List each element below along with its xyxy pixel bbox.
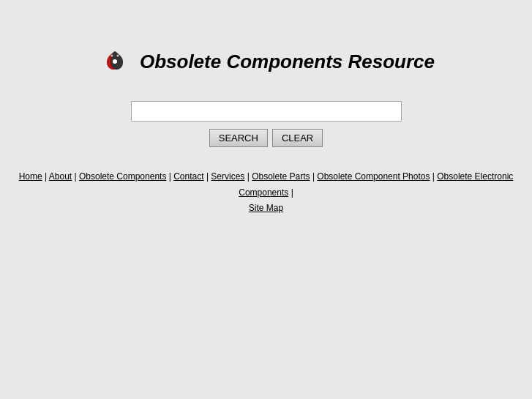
svg-point-2	[110, 55, 113, 57]
nav-site-map[interactable]: Site Map	[249, 203, 283, 213]
clear-button[interactable]: CLEAR	[272, 129, 323, 147]
search-area: SEARCH CLEAR	[131, 101, 402, 147]
search-button[interactable]: SEARCH	[209, 129, 268, 147]
header: Obsolete Components Resource	[97, 44, 435, 79]
svg-point-1	[113, 59, 117, 64]
nav-obsolete-components[interactable]: Obsolete Components	[79, 171, 166, 182]
nav-obsolete-parts[interactable]: Obsolete Parts	[252, 171, 310, 182]
nav-contact[interactable]: Contact	[173, 171, 203, 182]
nav-about[interactable]: About	[49, 171, 72, 182]
nav-line-2: Site Map	[0, 201, 532, 217]
site-title: Obsolete Components Resource	[140, 51, 435, 73]
logo-icon	[97, 44, 132, 79]
nav-obsolete-component-photos[interactable]: Obsolete Component Photos	[317, 171, 430, 182]
nav-services[interactable]: Services	[211, 171, 244, 182]
button-row: SEARCH CLEAR	[209, 129, 323, 147]
svg-point-3	[116, 55, 119, 57]
nav-home[interactable]: Home	[19, 171, 42, 182]
nav-line-1: Home | About | Obsolete Components | Con…	[0, 169, 532, 201]
search-input[interactable]	[131, 101, 402, 122]
page-wrapper: Obsolete Components Resource SEARCH CLEA…	[0, 0, 532, 217]
nav-links: Home | About | Obsolete Components | Con…	[0, 169, 532, 217]
